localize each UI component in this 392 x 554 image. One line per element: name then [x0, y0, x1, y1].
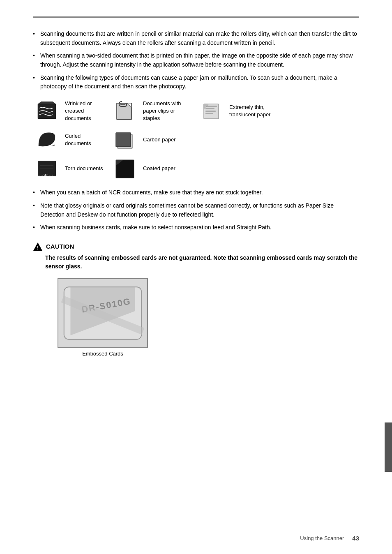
clips-icon	[111, 99, 139, 123]
embossed-label: Embossed Cards	[58, 351, 148, 357]
doc-type-curled: Curled documents	[33, 127, 107, 152]
svg-rect-3	[117, 103, 131, 120]
caution-text: The results of scanning embossed cards a…	[45, 254, 359, 271]
caution-header: ! CAUTION	[33, 242, 359, 251]
doc-type-torn: Torn documents	[33, 156, 107, 181]
intro-bullets: Scanning documents that are written in p…	[33, 30, 359, 91]
page-number: 43	[352, 535, 359, 542]
doc-type-empty2	[197, 156, 279, 181]
embossed-image: DR-S010G	[58, 278, 148, 348]
svg-text:!: !	[37, 245, 39, 251]
doc-type-coated: Coated paper	[111, 156, 193, 181]
after-bullets: When you scan a batch of NCR documents, …	[33, 188, 359, 232]
embossed-image-wrapper: DR-S010G Embossed Cards	[58, 278, 148, 357]
bullet-glossy: Note that glossy originals or card origi…	[33, 201, 359, 219]
caution-section: ! CAUTION The results of scanning emboss…	[33, 242, 359, 271]
wrinkled-icon	[33, 99, 61, 123]
footer-label: Using the Scanner	[300, 535, 344, 541]
doc-type-carbon: Carbon paper	[111, 127, 193, 152]
wrinkled-label: Wrinkled or creased documents	[65, 100, 107, 122]
svg-rect-13	[116, 133, 131, 147]
bullet-pencil: Scanning documents that are written in p…	[33, 30, 359, 47]
caution-title: CAUTION	[46, 243, 74, 250]
curled-label: Curled documents	[65, 132, 107, 147]
torn-icon	[33, 156, 61, 181]
bullet-business-cards: When scanning business cards, make sure …	[33, 223, 359, 232]
doc-types-grid: Wrinkled or creased documents Documents …	[33, 99, 359, 181]
svg-rect-7	[205, 108, 214, 109]
svg-rect-0	[38, 104, 56, 119]
thin-icon	[197, 99, 225, 123]
doc-type-clips: Documents with paper clips or staples	[111, 99, 193, 123]
doc-type-thin: Extremely thin, translucent paper	[197, 99, 279, 123]
coated-label: Coated paper	[143, 165, 175, 172]
caution-triangle-icon: !	[33, 242, 43, 251]
coated-icon	[111, 156, 139, 181]
svg-marker-1	[38, 102, 56, 104]
clips-label: Documents with paper clips or staples	[143, 100, 193, 122]
svg-rect-8	[205, 111, 216, 112]
bullet-thin-paper: When scanning a two-sided document that …	[33, 51, 359, 69]
thin-label: Extremely thin, translucent paper	[229, 104, 279, 118]
bullet-photocopy: Scanning the following types of document…	[33, 74, 359, 91]
page-footer: Using the Scanner 43	[300, 535, 359, 542]
bullet-ncr: When you scan a batch of NCR documents, …	[33, 188, 359, 197]
carbon-icon	[111, 127, 139, 152]
page: Scanning documents that are written in p…	[0, 0, 392, 554]
torn-label: Torn documents	[65, 165, 103, 172]
doc-type-wrinkled: Wrinkled or creased documents	[33, 99, 107, 123]
svg-rect-9	[205, 113, 213, 114]
right-tab	[385, 422, 392, 472]
carbon-label: Carbon paper	[143, 136, 176, 143]
doc-type-empty1	[197, 127, 279, 152]
curled-icon	[33, 127, 61, 152]
top-border	[33, 16, 359, 18]
embossed-card-svg: DR-S010G	[58, 278, 147, 348]
